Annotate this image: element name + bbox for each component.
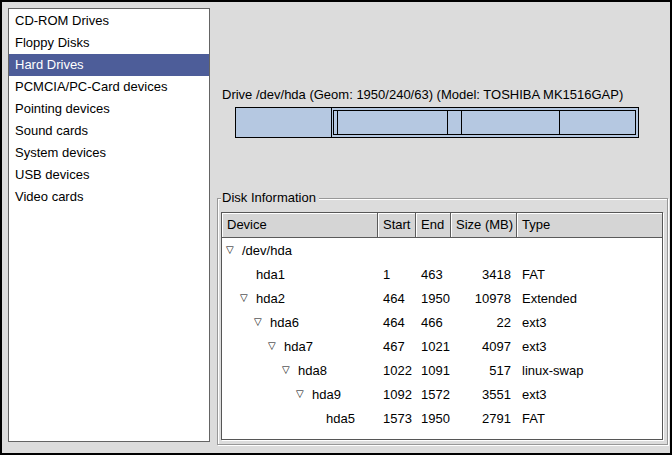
column-header-device[interactable]: Device [222,213,378,238]
logical-partition-divider [559,111,560,134]
primary-partition-divider [331,108,332,137]
tree-expander-icon[interactable]: ▽ [282,358,298,382]
type-cell: ext3 [517,315,662,330]
end-cell: 1021 [416,339,451,354]
disk-information-groupbox: Disk Information DeviceStartEndSize (MB)… [217,198,668,445]
drive-geometry-label: Drive /dev/hda (Geom: 1950/240/63) (Mode… [222,87,623,102]
hardware-browser-window: CD-ROM DrivesFloppy DisksHard DrivesPCMC… [0,0,672,455]
sidebar-item-system-devices[interactable]: System devices [9,142,209,164]
type-cell: ext3 [517,339,662,354]
type-cell: Extended [517,291,662,306]
device-name: /dev/hda [242,243,292,258]
sidebar-item-video-cards[interactable]: Video cards [9,186,209,208]
sidebar-item-hard-drives[interactable]: Hard Drives [9,54,209,76]
table-row-hda2[interactable]: ▽hda2464195010978Extended [222,286,662,310]
size-cell: 10978 [451,291,517,306]
start-cell: 1022 [378,363,416,378]
partition-table-header: DeviceStartEndSize (MB)Type [222,213,662,238]
tree-expander-icon[interactable]: ▽ [268,334,284,358]
type-cell: linux-swap [517,363,662,378]
start-cell: 1092 [378,387,416,402]
partition-table-body: ▽/dev/hdahda114633418FAT▽hda246419501097… [222,238,662,430]
column-header-start[interactable]: Start [378,213,416,238]
device-name: hda9 [312,387,341,402]
type-cell: FAT [517,267,662,282]
start-cell: 1573 [378,411,416,426]
logical-partition-divider [461,111,462,134]
column-header-type[interactable]: Type [517,213,662,238]
device-name: hda7 [284,339,313,354]
logical-partition-divider [337,111,338,134]
end-cell: 1950 [416,291,451,306]
size-cell: 22 [451,315,517,330]
sidebar-item-cd-rom-drives[interactable]: CD-ROM Drives [9,10,209,32]
size-cell: 2791 [451,411,517,426]
sidebar-item-usb-devices[interactable]: USB devices [9,164,209,186]
column-header-end[interactable]: End [416,213,451,238]
disk-information-title: Disk Information [221,190,319,205]
sidebar-item-pointing-devices[interactable]: Pointing devices [9,98,209,120]
type-cell: FAT [517,411,662,426]
end-cell: 1950 [416,411,451,426]
size-cell: 4097 [451,339,517,354]
table-row-hda6[interactable]: ▽hda646446622ext3 [222,310,662,334]
device-name: hda8 [298,363,327,378]
table-row-hda7[interactable]: ▽hda746710214097ext3 [222,334,662,358]
tree-expander-icon[interactable]: ▽ [240,286,256,310]
type-cell: ext3 [517,387,662,402]
start-cell: 464 [378,291,416,306]
tree-expander-icon[interactable]: ▽ [296,382,312,406]
start-cell: 1 [378,267,416,282]
extended-partition-box [333,110,636,135]
end-cell: 463 [416,267,451,282]
partition-table: DeviceStartEndSize (MB)Type ▽/dev/hdahda… [221,212,663,440]
size-cell: 3551 [451,387,517,402]
end-cell: 1091 [416,363,451,378]
table-row-hda1[interactable]: hda114633418FAT [222,262,662,286]
table-row-hda5[interactable]: hda5157319502791FAT [222,406,662,430]
size-cell: 517 [451,363,517,378]
sidebar-item-pcmcia-pc-card-devices[interactable]: PCMCIA/PC-Card devices [9,76,209,98]
device-name: hda6 [270,315,299,330]
table-row-hda8[interactable]: ▽hda810221091517linux-swap [222,358,662,382]
sidebar-item-floppy-disks[interactable]: Floppy Disks [9,32,209,54]
table-row-dev-hda[interactable]: ▽/dev/hda [222,238,662,262]
device-name: hda2 [256,291,285,306]
device-category-list[interactable]: CD-ROM DrivesFloppy DisksHard DrivesPCMC… [8,8,210,442]
device-name: hda5 [326,411,355,426]
tree-expander-icon[interactable]: ▽ [254,310,270,334]
size-cell: 3418 [451,267,517,282]
sidebar-item-sound-cards[interactable]: Sound cards [9,120,209,142]
tree-expander-icon[interactable]: ▽ [226,238,242,262]
end-cell: 1572 [416,387,451,402]
table-row-hda9[interactable]: ▽hda9109215723551ext3 [222,382,662,406]
logical-partition-divider [447,111,448,134]
partition-layout-bar [235,107,639,138]
start-cell: 464 [378,315,416,330]
end-cell: 466 [416,315,451,330]
start-cell: 467 [378,339,416,354]
column-header-size-mb[interactable]: Size (MB) [451,213,517,238]
device-name: hda1 [256,267,285,282]
